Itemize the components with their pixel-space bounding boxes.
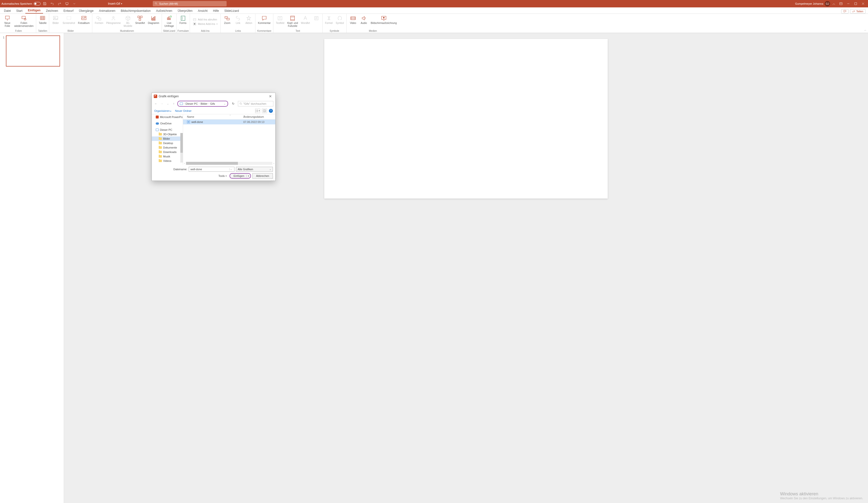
kopf-fusszeile-button[interactable]: Kopf- und Fußzeile bbox=[286, 14, 299, 28]
list-h-scrollbar[interactable]: ‹ › bbox=[183, 162, 275, 165]
tab-slidelizard[interactable]: SlideLizard bbox=[222, 8, 241, 13]
refresh-button[interactable]: ↻ bbox=[231, 102, 236, 105]
live-umfrage-button[interactable]: Live Umfrage bbox=[163, 14, 175, 28]
bildschirmaufzeichnung-button[interactable]: Bildschirmaufzeichnung bbox=[369, 14, 398, 25]
tree-scrollbar[interactable] bbox=[180, 133, 183, 163]
document-title[interactable]: Insert-Gif ▾ bbox=[108, 2, 122, 6]
filename-input[interactable]: well-done ⌄ bbox=[189, 167, 235, 172]
slide-thumbnail[interactable]: 1 bbox=[3, 36, 61, 67]
breadcrumb-pc[interactable]: Dieser PC bbox=[186, 102, 198, 105]
file-row[interactable]: well-done 07.06.2022 09:13 bbox=[183, 120, 275, 124]
tab-hilfe[interactable]: Hilfe bbox=[210, 8, 221, 13]
resize-grip[interactable]: ⋰⋰⋰ bbox=[271, 177, 275, 180]
nav-back-button[interactable]: ← bbox=[154, 102, 158, 105]
column-name[interactable]: Name bbox=[186, 115, 243, 118]
nav-up-button[interactable]: ↑ bbox=[172, 102, 176, 105]
tools-button[interactable]: Tools▾ bbox=[218, 174, 227, 177]
column-date[interactable]: Änderungsdatum bbox=[243, 115, 273, 118]
neuer-ordner-button[interactable]: Neuer Ordner bbox=[175, 109, 192, 112]
tab-entwurf[interactable]: Entwurf bbox=[61, 8, 76, 13]
ribbon-display-icon[interactable] bbox=[837, 0, 844, 7]
collapse-ribbon-button[interactable]: ︿ bbox=[864, 28, 867, 32]
insert-button[interactable]: Einfügen ▾ bbox=[229, 173, 251, 179]
scroll-left-button[interactable]: ‹ bbox=[183, 162, 186, 164]
breadcrumb-dropdown[interactable]: ⌄ bbox=[224, 103, 226, 105]
user-avatar[interactable]: GJ bbox=[825, 1, 830, 7]
comments-pane-button[interactable] bbox=[841, 9, 849, 13]
tab-aufzeichnen[interactable]: Aufzeichnen bbox=[154, 8, 175, 13]
scroll-thumb[interactable] bbox=[180, 133, 183, 153]
save-icon[interactable] bbox=[42, 0, 48, 7]
fotoalbum-button[interactable]: Fotoalbum bbox=[76, 14, 91, 25]
view-mode-button[interactable]: ▾ bbox=[255, 109, 260, 113]
close-button[interactable] bbox=[860, 0, 867, 7]
minimize-button[interactable] bbox=[845, 0, 852, 7]
tab-uebergaenge[interactable]: Übergänge bbox=[76, 8, 96, 13]
search-input[interactable]: Suchen (Alt+M) bbox=[153, 1, 227, 7]
share-button[interactable]: Teilen bbox=[850, 9, 866, 13]
tab-animationen[interactable]: Animationen bbox=[96, 8, 118, 13]
audio-button[interactable]: Audio bbox=[359, 14, 369, 25]
present-icon[interactable] bbox=[64, 0, 70, 7]
zoom-button[interactable]: Zoom bbox=[222, 14, 232, 25]
tabelle-button[interactable]: Tabelle bbox=[37, 14, 48, 25]
smartart-button[interactable]: SmartArt bbox=[134, 14, 146, 25]
tree-item-powerpoint[interactable]: Microsoft PowerPoint bbox=[152, 115, 183, 119]
nav-recent-button[interactable]: ⌄ bbox=[166, 103, 170, 105]
maximize-button[interactable] bbox=[852, 0, 859, 7]
tree-item-dieser-pc[interactable]: Dieser PC bbox=[152, 128, 183, 132]
tree-item-onedrive[interactable]: OneDrive bbox=[152, 121, 183, 125]
tree-item-downloads[interactable]: Downloads bbox=[152, 150, 183, 154]
symbol-icon bbox=[336, 15, 343, 22]
insert-dropdown[interactable]: ▾ bbox=[246, 175, 249, 177]
breadcrumb-bilder[interactable]: Bilder bbox=[200, 102, 207, 105]
slide-thumbnails-panel: 1 bbox=[0, 33, 64, 503]
autosave-toggle[interactable]: Automatisches Speichern bbox=[1, 2, 41, 6]
video-button[interactable]: Video bbox=[348, 14, 359, 25]
tab-zeichnen[interactable]: Zeichnen bbox=[43, 8, 61, 13]
tree-item-desktop[interactable]: Desktop bbox=[152, 141, 183, 145]
dialog-search-input[interactable]: "Gifs" durchsuchen bbox=[238, 101, 273, 107]
svg-rect-27 bbox=[193, 19, 196, 21]
preview-pane-button[interactable] bbox=[262, 109, 267, 113]
organisieren-button[interactable]: Organisieren bbox=[154, 109, 170, 112]
drawing-mode-icon[interactable] bbox=[830, 0, 837, 7]
tab-ansicht[interactable]: Ansicht bbox=[195, 8, 210, 13]
cancel-button[interactable]: Abbrechen bbox=[252, 173, 273, 179]
folien-wiederverwenden-button[interactable]: Folien wiederverwenden bbox=[13, 14, 35, 28]
tree-item-3d-objekte[interactable]: 3D-Objekte bbox=[152, 132, 183, 137]
watermark-title: Windows aktivieren bbox=[780, 491, 863, 496]
scroll-right-button[interactable]: › bbox=[272, 162, 275, 164]
tab-datei[interactable]: Datei bbox=[1, 8, 13, 13]
breadcrumb-gifs[interactable]: Gifs bbox=[210, 102, 215, 105]
scroll-thumb[interactable] bbox=[186, 162, 238, 165]
3d-modelle-button: 3D- Modelle bbox=[122, 14, 134, 28]
slide[interactable] bbox=[324, 39, 608, 199]
tab-ueberpruefen[interactable]: Überprüfen bbox=[175, 8, 195, 13]
tree-item-musik[interactable]: Musik bbox=[152, 154, 183, 159]
help-button[interactable]: ? bbox=[269, 109, 273, 113]
diagramm-button[interactable]: Diagramm bbox=[146, 14, 161, 25]
undo-icon[interactable] bbox=[49, 0, 55, 7]
group-text: Textfeld Kopf- und Fußzeile WordArt Text bbox=[273, 14, 322, 33]
insert-picture-dialog: Grafik einfügen ✕ ← → ⌄ ↑ › Dieser PC › … bbox=[152, 93, 276, 181]
tree-item-dokumente[interactable]: Dokumente bbox=[152, 145, 183, 150]
qat-more-icon[interactable] bbox=[71, 0, 78, 7]
tab-start[interactable]: Start bbox=[14, 8, 25, 13]
dialog-close-button[interactable]: ✕ bbox=[267, 94, 273, 98]
kommentar-button[interactable]: Kommentar bbox=[256, 14, 272, 25]
tree-item-videos[interactable]: Videos bbox=[152, 159, 183, 163]
redo-icon[interactable] bbox=[56, 0, 63, 7]
tab-einfuegen[interactable]: Einfügen bbox=[25, 8, 43, 13]
tree-item-bilder[interactable]: Bilder bbox=[152, 137, 183, 141]
folder-icon bbox=[159, 155, 162, 158]
filename-dropdown[interactable]: ⌄ bbox=[229, 168, 233, 170]
shapes-icon bbox=[95, 15, 102, 22]
addins-icon bbox=[193, 22, 196, 26]
file-type-select[interactable]: Alle Grafiken ⌄ bbox=[236, 167, 273, 172]
svg-point-15 bbox=[113, 17, 114, 18]
neue-folie-button[interactable]: Neue Folie bbox=[2, 14, 13, 28]
forms-button[interactable]: Forms bbox=[178, 14, 188, 25]
tab-bildschirm[interactable]: Bildschirmpräsentation bbox=[118, 8, 153, 13]
breadcrumb[interactable]: › Dieser PC › Bilder › Gifs ⌄ bbox=[177, 101, 228, 107]
